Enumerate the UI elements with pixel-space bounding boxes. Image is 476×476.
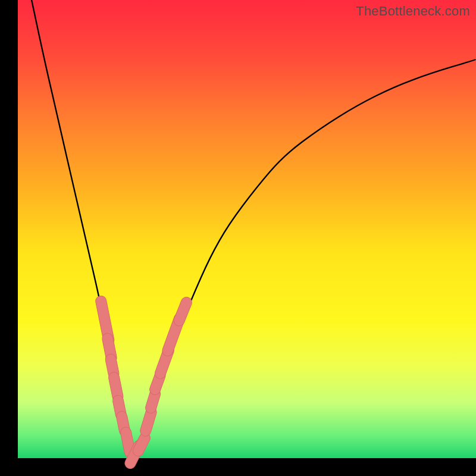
- bottleneck-curve: [32, 0, 476, 453]
- plot-area: [18, 0, 476, 458]
- marker-group: [95, 295, 193, 471]
- bottleneck-chart-svg: [18, 0, 476, 458]
- chart-frame: TheBottleneck.com: [0, 0, 476, 476]
- watermark-text: TheBottleneck.com: [356, 4, 470, 19]
- curve-marker: [172, 296, 193, 328]
